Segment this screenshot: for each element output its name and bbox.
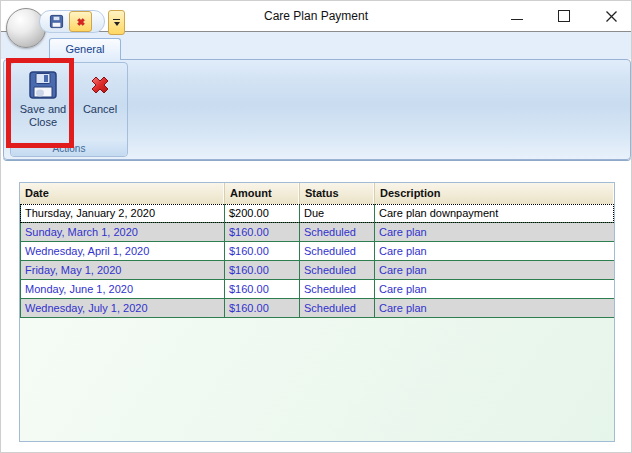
- cell-description[interactable]: Care plan: [375, 261, 614, 280]
- table-row[interactable]: Monday, June 1, 2020$160.00ScheduledCare…: [20, 280, 614, 299]
- save-and-close-button[interactable]: Save and Close: [13, 66, 73, 143]
- actions-group-label: Actions: [11, 141, 127, 156]
- cell-amount[interactable]: $200.00: [225, 204, 300, 223]
- minimize-icon: [511, 19, 523, 20]
- payments-grid: DateAmountStatusDescription Thursday, Ja…: [19, 182, 615, 442]
- column-header-description[interactable]: Description: [375, 183, 614, 204]
- tab-general[interactable]: General: [49, 38, 121, 60]
- cancel-label: Cancel: [75, 103, 125, 116]
- cell-status[interactable]: Scheduled: [300, 261, 375, 280]
- actions-group: Save and Close Cancel Actions: [10, 62, 128, 157]
- quick-save-icon[interactable]: [49, 14, 64, 29]
- cell-date[interactable]: Monday, June 1, 2020: [20, 280, 225, 299]
- cell-date[interactable]: Friday, May 1, 2020: [20, 261, 225, 280]
- column-header-amount[interactable]: Amount: [225, 183, 300, 204]
- grid-body: Thursday, January 2, 2020$200.00DueCare …: [20, 204, 614, 318]
- care-plan-payment-window: Care Plan Payment General Save and Close: [0, 0, 632, 453]
- customize-dropdown-icon: [113, 19, 120, 20]
- grid-header: DateAmountStatusDescription: [20, 183, 614, 204]
- maximize-icon: [558, 10, 570, 22]
- cell-amount[interactable]: $160.00: [225, 223, 300, 242]
- cell-amount[interactable]: $160.00: [225, 261, 300, 280]
- column-header-status[interactable]: Status: [300, 183, 375, 204]
- table-row[interactable]: Friday, May 1, 2020$160.00ScheduledCare …: [20, 261, 614, 280]
- cell-amount[interactable]: $160.00: [225, 280, 300, 299]
- table-row[interactable]: Sunday, March 1, 2020$160.00ScheduledCar…: [20, 223, 614, 242]
- cell-status[interactable]: Due: [300, 204, 375, 223]
- cell-amount[interactable]: $160.00: [225, 242, 300, 261]
- cell-description[interactable]: Care plan: [375, 280, 614, 299]
- cell-status[interactable]: Scheduled: [300, 242, 375, 261]
- table-row[interactable]: Thursday, January 2, 2020$200.00DueCare …: [20, 204, 614, 223]
- cell-status[interactable]: Scheduled: [300, 223, 375, 242]
- save-floppy-icon: [27, 69, 59, 101]
- chevron-down-icon: [114, 22, 120, 26]
- cell-description[interactable]: Care plan downpayment: [375, 204, 614, 223]
- cell-status[interactable]: Scheduled: [300, 299, 375, 318]
- minimize-button[interactable]: [503, 3, 531, 29]
- close-icon: [605, 10, 618, 23]
- table-row[interactable]: Wednesday, July 1, 2020$160.00ScheduledC…: [20, 299, 614, 318]
- save-and-close-label: Save and Close: [13, 103, 73, 129]
- cell-description[interactable]: Care plan: [375, 223, 614, 242]
- cell-date[interactable]: Sunday, March 1, 2020: [20, 223, 225, 242]
- cell-date[interactable]: Thursday, January 2, 2020: [20, 204, 225, 223]
- window-controls: [503, 1, 625, 31]
- cell-date[interactable]: Wednesday, July 1, 2020: [20, 299, 225, 318]
- column-header-date[interactable]: Date: [20, 183, 225, 204]
- quick-access-toolbar: [39, 10, 105, 33]
- quick-cancel-x-icon: [74, 15, 88, 29]
- customize-quick-access-button[interactable]: [108, 10, 125, 35]
- cell-description[interactable]: Care plan: [375, 242, 614, 261]
- cell-status[interactable]: Scheduled: [300, 280, 375, 299]
- cancel-x-icon: [84, 69, 116, 101]
- maximize-button[interactable]: [550, 3, 578, 29]
- table-row[interactable]: Wednesday, April 1, 2020$160.00Scheduled…: [20, 242, 614, 261]
- quick-cancel-button[interactable]: [69, 11, 92, 32]
- cell-amount[interactable]: $160.00: [225, 299, 300, 318]
- cancel-button[interactable]: Cancel: [75, 66, 125, 143]
- ribbon: Save and Close Cancel Actions: [3, 59, 631, 160]
- cell-description[interactable]: Care plan: [375, 299, 614, 318]
- close-button[interactable]: [597, 3, 625, 29]
- cell-date[interactable]: Wednesday, April 1, 2020: [20, 242, 225, 261]
